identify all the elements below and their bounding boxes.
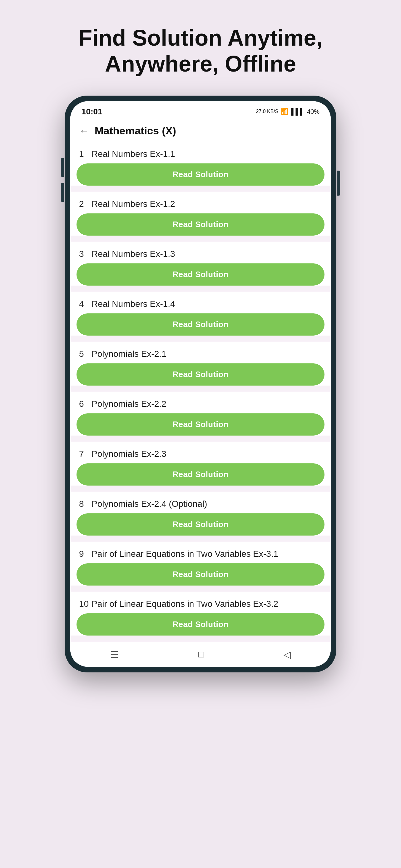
read-solution-button[interactable]: Read Solution (76, 163, 325, 186)
list-item: 3Real Numbers Ex-1.3Read Solution (70, 242, 331, 286)
list-item-header: 7Polynomials Ex-2.3 (70, 442, 331, 463)
status-time: 10:01 (81, 107, 102, 117)
phone-frame: 10:01 27.0 KB/S 📶 ▌▌▌ 40% ← Mathematics … (65, 96, 336, 673)
wifi-icon: 📶 (281, 108, 289, 115)
item-label: Polynomials Ex-2.4 (Optional) (92, 499, 207, 509)
item-number: 2 (79, 199, 92, 209)
read-solution-button[interactable]: Read Solution (76, 514, 325, 535)
solution-list: 1Real Numbers Ex-1.1Read Solution2Real N… (70, 142, 331, 642)
item-number: 10 (79, 599, 92, 609)
item-label: Real Numbers Ex-1.4 (92, 299, 175, 309)
read-solution-button[interactable]: Read Solution (76, 613, 325, 636)
item-number: 7 (79, 449, 92, 459)
menu-icon[interactable]: ☰ (110, 649, 119, 660)
signal-icon: ▌▌▌ (291, 108, 304, 115)
list-item: 9Pair of Linear Equations in Two Variabl… (70, 542, 331, 586)
read-solution-button[interactable]: Read Solution (76, 264, 325, 286)
read-solution-button[interactable]: Read Solution (76, 313, 325, 336)
item-number: 4 (79, 299, 92, 309)
item-number: 6 (79, 399, 92, 409)
read-solution-button[interactable]: Read Solution (76, 563, 325, 586)
back-nav-icon[interactable]: ◁ (283, 649, 291, 660)
read-solution-button[interactable]: Read Solution (76, 213, 325, 236)
list-item: 10Pair of Linear Equations in Two Variab… (70, 592, 331, 636)
list-item-header: 3Real Numbers Ex-1.3 (70, 242, 331, 264)
screen-title: Mathematics (X) (95, 125, 176, 137)
list-item: 7Polynomials Ex-2.3Read Solution (70, 442, 331, 486)
list-item: 8Polynomials Ex-2.4 (Optional)Read Solut… (70, 492, 331, 535)
item-number: 5 (79, 349, 92, 359)
vol-up-button (61, 158, 64, 177)
list-item-header: 4Real Numbers Ex-1.4 (70, 292, 331, 313)
item-label: Polynomials Ex-2.1 (92, 349, 166, 359)
nav-bar: ☰ □ ◁ (70, 642, 331, 667)
page-title: Find Solution Anytime, Anywhere, Offline (60, 25, 341, 77)
list-item-header: 5Polynomials Ex-2.1 (70, 342, 331, 363)
item-number: 8 (79, 499, 92, 509)
list-item: 1Real Numbers Ex-1.1Read Solution (70, 142, 331, 186)
item-label: Real Numbers Ex-1.2 (92, 199, 175, 209)
home-icon[interactable]: □ (198, 649, 204, 660)
list-item-header: 9Pair of Linear Equations in Two Variabl… (70, 542, 331, 563)
battery-label: 40% (307, 108, 320, 115)
list-item-header: 1Real Numbers Ex-1.1 (70, 142, 331, 163)
item-label: Polynomials Ex-2.2 (92, 399, 166, 409)
item-label: Pair of Linear Equations in Two Variable… (92, 549, 278, 559)
phone-screen: 10:01 27.0 KB/S 📶 ▌▌▌ 40% ← Mathematics … (70, 101, 331, 667)
item-label: Real Numbers Ex-1.1 (92, 149, 175, 159)
list-item-header: 8Polynomials Ex-2.4 (Optional) (70, 492, 331, 514)
item-label: Real Numbers Ex-1.3 (92, 249, 175, 259)
item-label: Polynomials Ex-2.3 (92, 449, 166, 459)
item-number: 3 (79, 249, 92, 259)
read-solution-button[interactable]: Read Solution (76, 463, 325, 486)
list-item: 5Polynomials Ex-2.1Read Solution (70, 342, 331, 385)
power-button (337, 170, 340, 195)
status-icons: 27.0 KB/S 📶 ▌▌▌ 40% (256, 108, 320, 115)
read-solution-button[interactable]: Read Solution (76, 363, 325, 385)
app-header: ← Mathematics (X) (70, 120, 331, 142)
list-item-header: 2Real Numbers Ex-1.2 (70, 192, 331, 213)
list-item-header: 6Polynomials Ex-2.2 (70, 392, 331, 413)
item-number: 9 (79, 549, 92, 559)
item-number: 1 (79, 149, 92, 159)
read-solution-button[interactable]: Read Solution (76, 413, 325, 436)
list-item: 4Real Numbers Ex-1.4Read Solution (70, 292, 331, 336)
item-label: Pair of Linear Equations in Two Variable… (92, 599, 278, 609)
list-item-header: 10Pair of Linear Equations in Two Variab… (70, 592, 331, 613)
status-bar: 10:01 27.0 KB/S 📶 ▌▌▌ 40% (70, 101, 331, 120)
back-button[interactable]: ← (79, 125, 89, 136)
list-item: 2Real Numbers Ex-1.2Read Solution (70, 192, 331, 236)
vol-down-button (61, 183, 64, 202)
list-item: 6Polynomials Ex-2.2Read Solution (70, 392, 331, 436)
status-kb: 27.0 KB/S (256, 109, 278, 114)
